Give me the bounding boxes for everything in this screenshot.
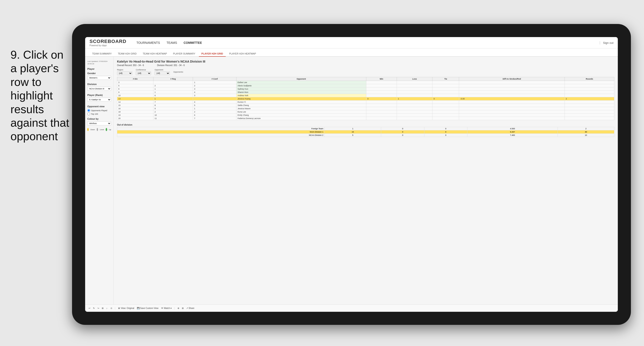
division-label: Division: [87, 83, 111, 85]
opponent-dropdown[interactable]: (All): [154, 71, 170, 75]
main-data-table: # Div # Reg # Conf Opponent Win Loss Tie…: [117, 77, 614, 120]
tab-player-h2h-heatmap[interactable]: PLAYER H2H HEATMAP: [226, 51, 259, 57]
overall-record: Overall Record: 353 - 34 - 6: [117, 64, 144, 66]
header-div: # Div: [117, 77, 154, 81]
opponent-view-section: Opponent view Opponents Played Top 100: [87, 105, 111, 115]
header-tie: Tie: [432, 77, 459, 81]
grid-button[interactable]: ⊞: [102, 307, 104, 309]
region-dropdown[interactable]: (All): [117, 71, 132, 75]
main-table-body: 31Esther Lee522Alexis Sudjianto613Sydney…: [117, 81, 614, 120]
nav-teams[interactable]: TEAMS: [166, 41, 177, 44]
out-table-row[interactable]: NCAA Division 25007.40010: [117, 134, 614, 137]
conference-label: Conference: [136, 69, 151, 71]
nav-tournaments[interactable]: TOURNAMENTS: [136, 41, 160, 44]
zoom-button[interactable]: ⊕: [178, 307, 179, 309]
header-win: Win: [366, 77, 397, 81]
out-of-division-label: Out of division: [117, 124, 614, 126]
opponents-label-group: Opponents:: [173, 71, 184, 73]
out-of-division-table: Foreign Team1004.5002NAIA Division 11500…: [117, 127, 614, 137]
logo-text: SCOREBOARD: [90, 39, 126, 44]
grid-area: Katelyn Vo Head-to-Head Grid for Women's…: [114, 57, 618, 304]
opponent-label: Opponent: [154, 69, 170, 71]
main-content: Last Updated: 27/03/2024 16:55:28 Player…: [85, 57, 618, 304]
table-row[interactable]: 31Esther Lee: [117, 81, 614, 84]
redo-button[interactable]: ↻: [93, 307, 95, 309]
opponents-label: Opponents:: [173, 71, 184, 73]
table-row[interactable]: 914Sharon Mun: [117, 91, 614, 94]
table-row[interactable]: 613Sydney Kuo: [117, 87, 614, 91]
instruction-text: 9. Click on a player's row to highlight …: [10, 48, 72, 143]
tab-team-summary[interactable]: TEAM SUMMARY: [90, 51, 114, 57]
tab-player-summary[interactable]: PLAYER SUMMARY: [170, 51, 198, 57]
top-nav: SCOREBOARD Powered by clippi TOURNAMENTS…: [85, 37, 618, 48]
last-updated: Last Updated: 27/03/2024 16:55:28: [87, 60, 111, 65]
separator1: |: [115, 307, 116, 309]
dot-down: [87, 128, 89, 131]
radio-top100[interactable]: Top 100: [87, 113, 111, 115]
table-row[interactable]: 1474Eunice Yi: [117, 101, 614, 104]
colour-by-section: Colour by Win/loss: [87, 118, 111, 127]
out-table-row[interactable]: NAIA Division 115009.26730: [117, 130, 614, 134]
filter-conference: Conference (All): [136, 69, 151, 75]
out-of-division-section: Out of division Foreign Team1004.5002NAI…: [117, 124, 614, 137]
redo2-button[interactable]: ↪: [97, 307, 99, 309]
header-opponent: Opponent: [236, 77, 366, 81]
table-row[interactable]: 131Jessica Huang010-3.002: [117, 97, 614, 101]
table-row[interactable]: 1691Jessica Mason: [117, 107, 614, 110]
header-conf: # Conf: [193, 77, 236, 81]
tab-player-h2h-grid[interactable]: PLAYER H2H GRID: [199, 51, 226, 57]
bottom-toolbar: ↩ ↻ ↪ ⊞ ↓· ⊙ | 🖥 View: Original 💾 Save C…: [85, 304, 618, 312]
out-table-row[interactable]: Foreign Team1004.5002: [117, 127, 614, 130]
sign-out-area: | Sign out: [600, 41, 614, 45]
table-row[interactable]: 19106Emily Chang: [117, 114, 614, 117]
grid-title: Katelyn Vo Head-to-Head Grid for Women's…: [117, 60, 614, 63]
logo-area: SCOREBOARD Powered by clippi TOURNAMENTS…: [90, 39, 202, 47]
radio-opponents-played[interactable]: Opponents Played: [87, 109, 111, 112]
view-original-button[interactable]: 🖥 View: Original: [118, 307, 134, 309]
division-record: Division Record: 331 - 34 - 6: [157, 64, 185, 66]
nav-committee[interactable]: COMMITTEE: [184, 41, 202, 44]
gender-dropdown[interactable]: Women's: [87, 76, 111, 80]
save-custom-view-button[interactable]: 💾 Save Custom View: [137, 307, 158, 309]
sidebar: Last Updated: 27/03/2024 16:55:28 Player…: [85, 57, 114, 304]
filter-region: Region (All): [117, 69, 132, 75]
header-reg: # Reg: [153, 77, 193, 81]
player-section-title: Player: [87, 68, 111, 70]
table-row[interactable]: 1585Stella Cheng: [117, 104, 614, 107]
header-loss: Loss: [397, 77, 432, 81]
tablet-screen: SCOREBOARD Powered by clippi TOURNAMENTS…: [85, 37, 618, 312]
header-diff: Diff Av Strokes/Rnd: [459, 77, 564, 81]
player-rank-label: Player (Rank): [87, 94, 111, 96]
clock-button[interactable]: ⊙: [110, 307, 112, 309]
layout-button[interactable]: ⊞: [182, 307, 184, 309]
logo-sub: Powered by clippi: [90, 44, 126, 47]
table-row[interactable]: 20117Federica Domecq Lacroze: [117, 117, 614, 120]
share-button[interactable]: ↗ Share: [186, 307, 194, 309]
division-dropdown[interactable]: NCAA Division III: [87, 87, 111, 91]
gender-label: Gender: [87, 72, 111, 75]
table-row[interactable]: 522Alexis Sudjianto: [117, 84, 614, 87]
tab-team-h2h-grid[interactable]: TEAM H2H GRID: [115, 51, 139, 57]
separator: |: [600, 41, 600, 44]
colour-by-dropdown[interactable]: Win/loss: [87, 121, 111, 125]
table-row[interactable]: 1822Euna Lee: [117, 110, 614, 114]
sub-nav: TEAM SUMMARY TEAM H2H GRID TEAM H2H HEAT…: [85, 48, 618, 57]
opponent-view-label: Opponent view: [87, 105, 111, 108]
separator2: |: [174, 307, 175, 309]
player-rank-dropdown[interactable]: 8. Katelyn Vo: [87, 98, 111, 102]
dot-down-label: Down: [90, 129, 95, 131]
out-table-body: Foreign Team1004.5002NAIA Division 11500…: [117, 127, 614, 137]
top-nav-links: TOURNAMENTS TEAMS COMMITTEE: [136, 41, 202, 44]
table-header-row: # Div # Reg # Conf Opponent Win Loss Tie…: [117, 77, 614, 81]
undo-button[interactable]: ↩: [89, 307, 90, 309]
filter-row: Region (All) Conference (All) Opponent: [117, 69, 614, 75]
conference-dropdown[interactable]: (All): [136, 71, 151, 75]
sign-out-button[interactable]: Sign out: [603, 41, 614, 44]
tab-team-h2h-heatmap[interactable]: TEAM H2H HEATMAP: [140, 51, 170, 57]
table-row[interactable]: 1063Andrea York: [117, 94, 614, 97]
watch-button[interactable]: 👁 Watch ▾: [161, 307, 172, 309]
download-button[interactable]: ↓·: [106, 307, 108, 309]
header-rounds: Rounds: [564, 77, 614, 81]
legend-dots: Down Level Up: [87, 128, 111, 131]
dot-up-label: Up: [109, 129, 111, 131]
